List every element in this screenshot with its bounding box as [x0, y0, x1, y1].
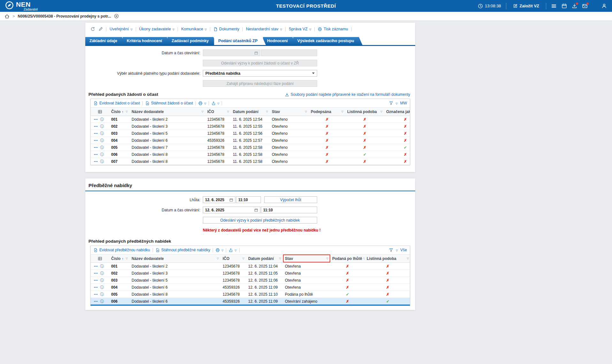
info-icon[interactable]: ⓘ [100, 146, 104, 149]
filter-caret-icon[interactable]: ▽ [216, 257, 219, 260]
print-table-button[interactable]: ▽ [216, 248, 223, 252]
tab-5[interactable]: Výsledek zadávacího postupu [293, 37, 363, 45]
info-icon[interactable]: ⓘ [100, 285, 104, 289]
column-header-nazev[interactable]: Název dodavatele▽ [130, 108, 205, 116]
chevron-down-icon[interactable]: ▽ [396, 102, 398, 105]
menu-sprava-vz[interactable]: Správa VZ ▽ [289, 27, 311, 31]
download-offers-button[interactable]: Stáhnout předběžné nabídky [156, 248, 210, 252]
row-menu-icon[interactable]: ••• [94, 300, 98, 303]
view-selector[interactable]: MW [400, 101, 407, 105]
chevron-down-icon[interactable]: ▽ [396, 249, 398, 252]
row-menu-icon[interactable]: ••• [94, 118, 98, 121]
table-row[interactable]: •••ⓘ001Dodavatel - školení 21234567811. … [91, 116, 410, 123]
menu-dokumenty[interactable]: Dokumenty [213, 27, 239, 31]
create-vz-button[interactable]: Založit VZ [511, 3, 541, 9]
menu-uverejneni[interactable]: Uveřejnění ▽ [110, 27, 133, 31]
column-header-ico[interactable]: IČO▽ [205, 108, 231, 116]
table-row[interactable]: •••ⓘ005Dodavatel - školení 71234567811. … [91, 144, 410, 151]
column-header-stav[interactable]: Stav▽ [283, 254, 330, 262]
row-menu-icon[interactable]: ••• [94, 160, 98, 163]
table-row[interactable]: •••ⓘ004Dodavatel - školení 64535932611. … [91, 137, 410, 144]
row-menu-icon[interactable]: ••• [94, 272, 98, 275]
filter-caret-icon[interactable]: ▽ [226, 110, 229, 113]
row-menu-icon[interactable]: ••• [94, 293, 98, 296]
menu-button[interactable] [551, 3, 557, 9]
info-icon[interactable]: ⓘ [100, 118, 104, 121]
filter-caret-icon[interactable]: ▽ [265, 110, 268, 113]
table-row[interactable]: •••ⓘ005Dodavatel - školení 81234567812. … [91, 291, 410, 298]
calendar-icon[interactable] [229, 198, 233, 202]
print-table-button[interactable]: ▽ [198, 101, 206, 105]
edit-record-button[interactable] [98, 27, 103, 31]
calendar-icon[interactable] [254, 51, 258, 55]
info-icon[interactable]: ⓘ [100, 300, 104, 303]
menu-nestandardni-stav[interactable]: Nestandardní stav ▽ [246, 27, 282, 31]
table-row[interactable]: •••ⓘ003Dodavatel - školení 51234567811. … [91, 130, 410, 137]
calendar-icon[interactable] [254, 208, 258, 212]
column-selector-button[interactable] [91, 108, 109, 116]
submission-files-link[interactable]: Soubory podání najdete připravené ke sta… [285, 92, 410, 97]
row-menu-icon[interactable]: ••• [94, 146, 98, 149]
opening-date-input[interactable]: 12. 6. 2025 [203, 207, 260, 213]
history-button[interactable] [90, 27, 95, 32]
filter-caret-icon[interactable]: ▽ [406, 257, 409, 260]
filter-caret-icon[interactable]: ▽ [241, 257, 244, 260]
view-selector[interactable]: Vše [400, 248, 407, 252]
row-menu-icon[interactable]: ••• [94, 279, 98, 282]
compute-deadlines-button[interactable]: Výpočet lhůt [264, 196, 317, 203]
column-header-nazev[interactable]: Název dodavatele▽ [130, 254, 221, 262]
tab-3[interactable]: Podání účastníků ZP [214, 37, 266, 45]
tab-2[interactable]: Zadávací podmínky [167, 37, 217, 45]
row-menu-icon[interactable]: ••• [94, 153, 98, 156]
send-preliminary-invite-button[interactable]: Odeslání výzvy k podání předběžných nabí… [203, 217, 317, 224]
filter-caret-icon[interactable]: ▽ [125, 110, 128, 113]
tab-1[interactable]: Kritéria hodnocení [123, 37, 170, 45]
user-button[interactable] [601, 3, 607, 9]
download-requests-button[interactable]: Stáhnout žádosti o účast [145, 101, 193, 105]
filter-icon[interactable] [389, 101, 393, 105]
info-icon[interactable]: ⓘ [100, 139, 104, 142]
calendar-button[interactable] [562, 3, 567, 9]
filter-caret-icon[interactable]: ▽ [362, 257, 365, 260]
column-header-podepsana[interactable]: Podepsána▽ [309, 108, 345, 116]
info-icon[interactable]: ⓘ [100, 278, 104, 282]
export-table-button[interactable]: ▽ [229, 248, 236, 252]
opening-time-input[interactable]: 11:10 [261, 207, 317, 213]
register-request-button[interactable]: Evidovat žádost o účast [94, 101, 140, 105]
deadline-date-input[interactable]: 12. 6. 2025 [203, 196, 235, 203]
table-row[interactable]: •••ⓘ006Dodavatel - školení 81234567811. … [91, 151, 410, 158]
column-header-oznacena[interactable]: Označena jako ne▽ [384, 108, 410, 116]
filter-caret-icon[interactable]: ▽ [304, 110, 307, 113]
tab-0[interactable]: Základní údaje [85, 37, 126, 45]
column-header-listinna[interactable]: Listinná podoba▽ [365, 254, 410, 262]
downloads-button[interactable] [572, 3, 577, 9]
filter-caret-icon[interactable]: ▽ [125, 257, 128, 260]
info-icon[interactable]: ⓘ [100, 132, 104, 135]
column-header-listinna[interactable]: Listinná podoba▽ [345, 108, 384, 116]
table-row[interactable]: •••ⓘ006Dodavatel - školení 64535932612. … [91, 298, 410, 305]
filter-caret-icon[interactable]: ▽ [200, 110, 203, 113]
table-row[interactable]: •••ⓘ002Dodavatel - školení 31234567811. … [91, 123, 410, 130]
table-row[interactable]: •••ⓘ004Dodavatel - školení 64535932612. … [91, 284, 410, 291]
table-row[interactable]: •••ⓘ007Dodavatel - školení 81234567811. … [91, 158, 410, 165]
info-icon[interactable]: ⓘ [100, 160, 104, 163]
register-offer-button[interactable]: Evidovat předběžnou nabídku [94, 248, 150, 252]
messages-button[interactable] [582, 3, 588, 9]
filter-caret-icon[interactable]: ▽ [278, 257, 281, 260]
table-row[interactable]: •••ⓘ001Dodavatel - školení 21234567812. … [91, 263, 410, 270]
submission-type-select[interactable]: Předběžná nabídka [203, 70, 317, 77]
opening-time-input[interactable] [261, 49, 317, 56]
info-icon[interactable]: ⓘ [100, 125, 104, 128]
info-icon[interactable]: ⓘ [100, 264, 104, 268]
nen-logo[interactable]: NEN Zadavatel [5, 1, 38, 11]
row-menu-icon[interactable]: ••• [94, 286, 98, 289]
menu-tisk-zaznamu[interactable]: Tisk záznamu [318, 27, 348, 31]
column-header-ico[interactable]: IČO▽ [221, 254, 246, 262]
menu-ukony-zadavatele[interactable]: Úkony zadavatele ▽ [139, 27, 175, 31]
row-menu-icon[interactable]: ••• [94, 265, 98, 268]
column-header-stav[interactable]: Stav▽ [270, 108, 309, 116]
info-icon[interactable]: ⓘ [100, 271, 104, 275]
menu-komunikace[interactable]: Komunikace ▽ [181, 27, 207, 31]
column-header-cislo[interactable]: Číslo↑▽ [109, 254, 130, 262]
close-tab-button[interactable] [114, 14, 119, 19]
